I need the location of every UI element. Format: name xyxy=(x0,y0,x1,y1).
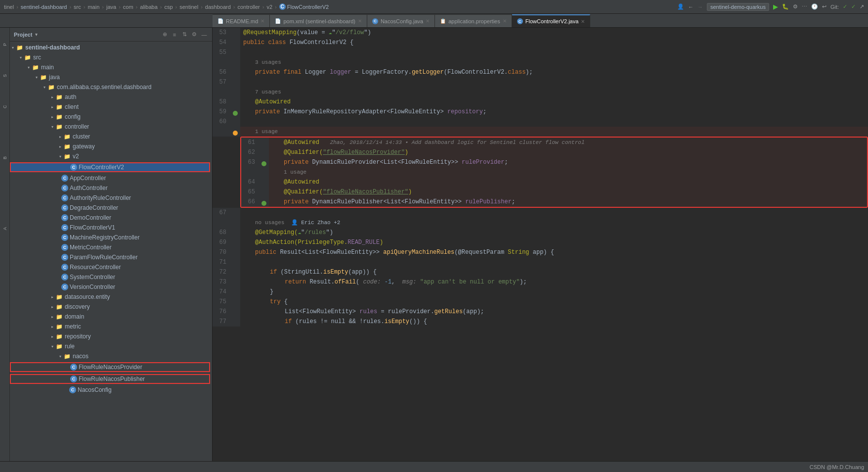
code-text-66: private DynamicRulePublisher<List<FlowRu… xyxy=(269,197,515,207)
code-hint-nousages: no usages 👤 Eric Zhao +2 xyxy=(213,218,868,228)
undo-icon[interactable]: ↩ xyxy=(822,3,826,10)
run-button[interactable]: ▶ xyxy=(773,3,778,10)
tree-item-repository[interactable]: ▸ 📁 repository xyxy=(10,331,212,341)
breadcrumb-main[interactable]: main xyxy=(87,4,99,10)
breadcrumb-src[interactable]: src xyxy=(74,4,81,10)
more-icon[interactable]: ⋯ xyxy=(802,3,807,10)
tree-item-rule[interactable]: ▾ 📁 rule xyxy=(10,341,212,351)
breadcrumb-dashboard[interactable]: dashboard xyxy=(205,4,231,10)
structure-icon[interactable]: S xyxy=(2,61,7,91)
back-icon[interactable]: ← xyxy=(688,4,694,10)
tree-label-root: sentinel-dashboard xyxy=(25,44,80,51)
tree-item-package[interactable]: ▾ 📁 com.alibaba.csp.sentinel.dashboard xyxy=(10,82,212,92)
breadcrumb-com[interactable]: com xyxy=(123,4,133,10)
code-content[interactable]: 53 @RequestMapping(value = ☁"/v2/flow") … xyxy=(213,28,868,461)
breadcrumb-csp[interactable]: csp xyxy=(164,4,173,10)
folder-icon: 📁 xyxy=(55,342,63,350)
panel-toolbar: ⊕ ≡ ⇅ ⚙ — xyxy=(161,31,208,39)
tab-nacos[interactable]: C NacosConfig.java ✕ xyxy=(367,14,435,27)
forward-icon[interactable]: → xyxy=(697,4,703,10)
tree-item-config[interactable]: ▸ 📁 config xyxy=(10,112,212,122)
flowv2-icon: C xyxy=(517,18,523,24)
tree-item-degrade[interactable]: C DegradeController xyxy=(10,203,212,213)
tree-item-flowruleprovider[interactable]: C FlowRuleNacosProvider xyxy=(10,362,210,372)
commit-icon[interactable]: C xyxy=(2,92,7,122)
collapse-all-btn[interactable]: ≡ xyxy=(171,31,178,39)
tree-item-nacosconfig[interactable]: C NacosConfig xyxy=(10,385,212,395)
clock-icon[interactable]: 🕐 xyxy=(811,3,818,10)
code-text-53: @RequestMapping(value = ☁"/v2/flow") xyxy=(240,28,371,38)
locate-file-btn[interactable]: ⊕ xyxy=(161,31,169,39)
git-check-icon[interactable]: ✓ xyxy=(843,3,847,10)
tree-item-metric[interactable]: C MetricController xyxy=(10,242,212,252)
breadcrumb-v2[interactable]: v2 xyxy=(266,4,272,10)
folder-icon: 📁 xyxy=(47,83,55,91)
git-check2-icon[interactable]: ✓ xyxy=(851,3,856,10)
tree-item-flowrulepublisher[interactable]: C FlowRuleNacosPublisher xyxy=(10,374,210,384)
tab-flowv2-close[interactable]: ✕ xyxy=(581,19,585,24)
tab-readme[interactable]: 📄 README.md ✕ xyxy=(213,14,270,27)
tree-item-authcontroller[interactable]: C AuthController xyxy=(10,183,212,193)
breadcrumb-controller[interactable]: controller xyxy=(238,4,260,10)
line-number-72: 72 xyxy=(213,267,230,277)
tab-flowv2[interactable]: C FlowControllerV2.java ✕ xyxy=(512,14,591,27)
breadcrumb-java[interactable]: java xyxy=(106,4,116,10)
tree-item-demo[interactable]: C DemoController xyxy=(10,213,212,223)
java-c-icon: C xyxy=(61,244,68,251)
file-icon: C xyxy=(279,3,286,10)
git-arrow-icon[interactable]: ↗ xyxy=(860,3,864,10)
tree-item-datasource[interactable]: ▸ 📁 datasource.entity xyxy=(10,292,212,302)
tree-item-appcontroller[interactable]: C AppController xyxy=(10,173,212,183)
tree-item-controller[interactable]: ▾ 📁 controller xyxy=(10,122,212,132)
project-dropdown[interactable]: sentinel-demo-quarkus xyxy=(707,3,769,11)
tree-item-discovery[interactable]: ▸ 📁 discovery xyxy=(10,302,212,312)
settings-btn[interactable]: ⚙ xyxy=(190,31,198,39)
tree-item-system[interactable]: C SystemController xyxy=(10,272,212,282)
tree-item-flowcontrollerv2[interactable]: C FlowControllerV2 xyxy=(10,162,210,172)
tree-item-gateway[interactable]: ▸ 📁 gateway xyxy=(10,142,212,151)
breadcrumb-tinel[interactable]: tinel xyxy=(4,4,14,10)
tree-item-authorityrule[interactable]: C AuthorityRuleController xyxy=(10,193,212,203)
tree-item-v2[interactable]: ▾ 📁 v2 xyxy=(10,151,212,161)
project-icon[interactable]: P xyxy=(2,30,7,59)
build-icon[interactable]: ⚙ xyxy=(793,3,798,10)
tree-item-java[interactable]: ▾ 📁 java xyxy=(10,72,212,82)
tab-appprops-close[interactable]: ✕ xyxy=(503,18,507,24)
gutter-hint5 xyxy=(230,218,240,228)
tab-nacos-close[interactable]: ✕ xyxy=(426,18,430,24)
minimize-btn[interactable]: — xyxy=(200,31,208,39)
tab-pom-close[interactable]: ✕ xyxy=(358,18,362,24)
tree-item-nacos-dir[interactable]: ▾ 📁 nacos xyxy=(10,351,212,361)
tree-item-domain[interactable]: ▸ 📁 domain xyxy=(10,312,212,322)
tree-item-flowv1[interactable]: C FlowControllerV1 xyxy=(10,223,212,233)
tree-item-main[interactable]: ▾ 📁 main xyxy=(10,62,212,72)
breadcrumb-flowcontrollerv2[interactable]: FlowControllerV2 xyxy=(287,4,329,10)
breadcrumb-sentinel-dashboard[interactable]: sentinel-dashboard xyxy=(21,4,67,10)
java-c-icon: C xyxy=(61,204,68,211)
tree-item-machinereg[interactable]: C MachineRegistryController xyxy=(10,233,212,242)
breadcrumb-sentinel[interactable]: sentinel xyxy=(179,4,198,10)
tree-item-version[interactable]: C VersionController xyxy=(10,282,212,292)
debug-icon[interactable]: 🐛 xyxy=(782,3,789,10)
tree-item-src[interactable]: ▾ 📁 src xyxy=(10,52,212,62)
tree-item-cluster[interactable]: ▸ 📁 cluster xyxy=(10,132,212,142)
aws-icon[interactable]: A xyxy=(2,214,7,243)
breadcrumb-alibaba[interactable]: alibaba xyxy=(140,4,157,10)
tree-label-nacos-dir: nacos xyxy=(73,353,88,360)
tree-label-rule: rule xyxy=(65,343,75,350)
code-text-56: private final Logger logger = LoggerFact… xyxy=(240,67,533,77)
tab-readme-close[interactable]: ✕ xyxy=(260,18,264,24)
user-icon[interactable]: 👤 xyxy=(677,3,684,10)
sort-btn[interactable]: ⇅ xyxy=(180,31,188,39)
tree-item-auth[interactable]: ▸ 📁 auth xyxy=(10,92,212,102)
tree-item-resource[interactable]: C ResourceController xyxy=(10,262,212,272)
bookmark-icon[interactable]: B xyxy=(2,143,7,173)
tree-item-metric-folder[interactable]: ▸ 📁 metric xyxy=(10,322,212,331)
code-line-72: 72 if (StringUtil.isEmpty(app)) { xyxy=(213,267,868,277)
tree-item-root[interactable]: ▾ 📁 sentinel-dashboard xyxy=(10,43,212,52)
tree-item-paramflow[interactable]: C ParamFlowRuleController xyxy=(10,252,212,262)
tree-item-client[interactable]: ▸ 📁 client xyxy=(10,102,212,112)
tree-label-metric-folder: metric xyxy=(65,323,81,330)
tab-pom[interactable]: 📄 pom.xml (sentinel-dashboard) ✕ xyxy=(270,14,367,27)
tab-appprops[interactable]: 📋 application.properties ✕ xyxy=(435,14,512,27)
